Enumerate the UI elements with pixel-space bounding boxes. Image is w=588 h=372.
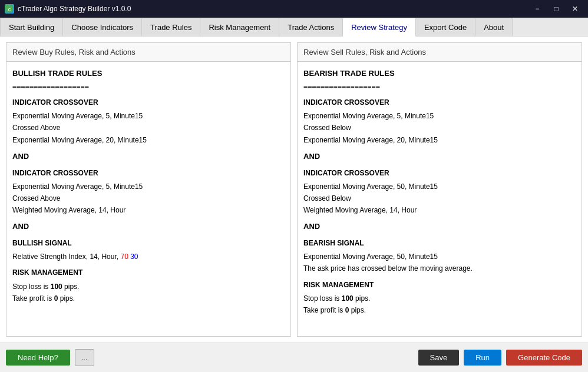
- sell-panel-header: Review Sell Rules, Risk and Actions: [298, 43, 582, 62]
- buy-signal-label: BULLISH SIGNAL: [12, 238, 285, 249]
- sell-stoploss-value: 100: [342, 294, 354, 303]
- sell-and-1: AND: [303, 151, 576, 163]
- generate-button[interactable]: Generate Code: [506, 350, 582, 366]
- buy-crossover-2-line2: Crossed Above: [12, 193, 285, 204]
- buy-risk-label: RISK MANAGEMENT: [12, 267, 285, 278]
- sell-crossover-1-line2: Crossed Below: [303, 122, 576, 134]
- main-content: Review Buy Rules, Risk and Actions BULLI…: [0, 36, 588, 343]
- buy-crossover-1-line3: Exponential Moving Average, 20, Minute15: [12, 135, 285, 146]
- window-controls: − □ ✕: [529, 3, 583, 15]
- app-icon: c: [5, 4, 14, 14]
- buy-crossover-2-line3: Weighted Moving Average, 14, Hour: [12, 205, 285, 216]
- tab-review-strategy[interactable]: Review Strategy: [343, 18, 416, 36]
- sell-takeprofit-value: 0: [345, 306, 349, 314]
- buy-rsi-high: 70: [120, 253, 128, 261]
- svg-text:c: c: [8, 6, 11, 12]
- sell-crossover-1-line3: Exponential Moving Average, 20, Minute15: [303, 135, 576, 146]
- buy-takeprofit: Take profit is 0 pips.: [12, 293, 285, 304]
- minimize-button[interactable]: −: [529, 3, 546, 15]
- tab-trade-rules[interactable]: Trade Rules: [142, 18, 200, 36]
- sell-signal-line1: Exponential Moving Average, 50, Minute15: [303, 251, 576, 263]
- sell-crossover-1-line1: Exponential Moving Average, 5, Minute15: [303, 111, 576, 122]
- save-button[interactable]: Save: [418, 350, 460, 366]
- buy-panel: Review Buy Rules, Risk and Actions BULLI…: [6, 42, 291, 337]
- tab-risk-management[interactable]: Risk Management: [200, 18, 279, 36]
- maximize-button[interactable]: □: [548, 3, 564, 15]
- app-title: cTrader Algo Strategy Builder v1.0.0: [18, 5, 131, 13]
- buy-section-title: BULLISH TRADE RULES: [12, 68, 285, 80]
- buy-crossover-2-line1: Exponential Moving Average, 5, Minute15: [12, 181, 285, 192]
- footer: Need Help? ... Save Run Generate Code: [0, 343, 588, 372]
- footer-right: Save Run Generate Code: [418, 350, 582, 366]
- buy-and-1: AND: [12, 151, 285, 163]
- tab-start-building[interactable]: Start Building: [0, 18, 63, 36]
- sell-crossover-2-line3: Weighted Moving Average, 14, Hour: [303, 205, 576, 216]
- sell-section-title: BEARISH TRADE RULES: [303, 68, 576, 80]
- buy-crossover-1-line1: Exponential Moving Average, 5, Minute15: [12, 111, 285, 122]
- footer-left: Need Help? ...: [6, 349, 94, 366]
- buy-panel-header: Review Buy Rules, Risk and Actions: [6, 43, 290, 62]
- sell-panel-content: BEARISH TRADE RULES ================== I…: [298, 62, 582, 336]
- sell-stoploss: Stop loss is 100 pips.: [303, 293, 576, 304]
- sell-divider: ==================: [303, 81, 576, 92]
- title-bar: c cTrader Algo Strategy Builder v1.0.0 −…: [0, 0, 588, 18]
- buy-rsi-low: 30: [130, 253, 138, 261]
- buy-crossover-2-label: INDICATOR CROSSOVER: [12, 168, 285, 179]
- help-button[interactable]: Need Help?: [6, 350, 70, 366]
- title-bar-left: c cTrader Algo Strategy Builder v1.0.0: [5, 4, 131, 14]
- sell-crossover-2-label: INDICATOR CROSSOVER: [303, 168, 576, 179]
- buy-and-2: AND: [12, 221, 285, 233]
- buy-divider: ==================: [12, 81, 285, 92]
- sell-risk-label: RISK MANAGEMENT: [303, 280, 576, 291]
- sell-crossover-1-label: INDICATOR CROSSOVER: [303, 97, 576, 108]
- close-button[interactable]: ✕: [567, 3, 583, 15]
- tab-export-code[interactable]: Export Code: [416, 18, 475, 36]
- buy-signal-line1: Relative Strength Index, 14, Hour, 70 30: [12, 251, 285, 263]
- tab-bar: Start BuildingChoose IndicatorsTrade Rul…: [0, 18, 588, 36]
- buy-takeprofit-value: 0: [54, 294, 58, 303]
- sell-panel: Review Sell Rules, Risk and Actions BEAR…: [297, 42, 582, 337]
- run-button[interactable]: Run: [464, 350, 501, 366]
- sell-takeprofit: Take profit is 0 pips.: [303, 305, 576, 316]
- dots-button[interactable]: ...: [75, 349, 94, 366]
- sell-and-2: AND: [303, 221, 576, 233]
- buy-crossover-1-label: INDICATOR CROSSOVER: [12, 97, 285, 108]
- sell-signal-line2: The ask price has crossed below the movi…: [303, 263, 576, 274]
- buy-crossover-1-line2: Crossed Above: [12, 122, 285, 134]
- panels-container: Review Buy Rules, Risk and Actions BULLI…: [6, 42, 582, 337]
- sell-crossover-2-line1: Exponential Moving Average, 50, Minute15: [303, 181, 576, 192]
- buy-stoploss-value: 100: [51, 283, 62, 291]
- sell-signal-label: BEARISH SIGNAL: [303, 238, 576, 249]
- tab-trade-actions[interactable]: Trade Actions: [279, 18, 343, 36]
- sell-crossover-2-line2: Crossed Below: [303, 193, 576, 204]
- buy-stoploss: Stop loss is 100 pips.: [12, 281, 285, 293]
- tab-choose-indicators[interactable]: Choose Indicators: [63, 18, 142, 36]
- buy-panel-content: BULLISH TRADE RULES ================== I…: [6, 62, 290, 336]
- tab-about[interactable]: About: [475, 18, 513, 36]
